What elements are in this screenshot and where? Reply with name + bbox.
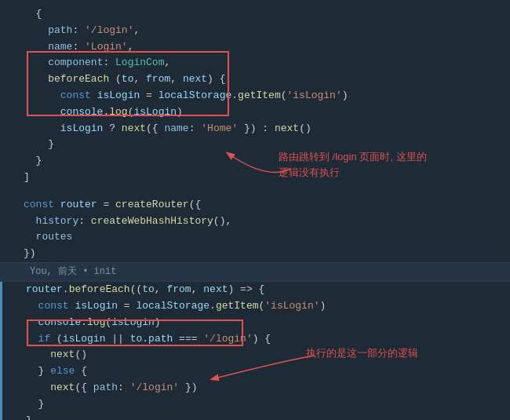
bottom-code-section: router.beforeEach((to, from, next) => { … <box>0 282 510 420</box>
code-line: console.log(isLogin) <box>0 104 510 121</box>
code-line: }) <box>0 246 510 262</box>
code-line: history: createWebHashHistory(), <box>0 214 510 230</box>
top-code-section: { path: '/login', name: 'Login', compone… <box>0 3 510 186</box>
code-line: routes <box>0 229 510 246</box>
code-line: isLogin ? next({ name: 'Home' }) : next(… <box>0 121 510 137</box>
code-line: ] <box>0 170 510 186</box>
code-line: const isLogin = localStorage.getItem('is… <box>0 88 510 104</box>
code-line: next({ path: '/login' }) <box>2 380 510 396</box>
code-line: } <box>2 413 510 420</box>
middle-code-section: const router = createRouter({ history: c… <box>0 197 510 262</box>
code-line: beforeEach (to, from, next) { <box>0 71 510 88</box>
code-line: } <box>0 137 510 153</box>
git-blame-line: You, 前天 • init <box>0 262 510 282</box>
code-line: const isLogin = localStorage.getItem('is… <box>2 298 510 315</box>
code-line: } else { <box>2 363 510 380</box>
code-line: if (isLogin || to.path === '/login') { <box>2 331 510 348</box>
code-line: next() <box>2 347 510 363</box>
code-line: } <box>0 153 510 170</box>
code-line: const router = createRouter({ <box>0 197 510 214</box>
code-line: name: 'Login', <box>0 39 510 56</box>
code-line: path: '/login', <box>0 23 510 39</box>
code-line: router.beforeEach((to, from, next) => { <box>2 282 510 298</box>
code-line: { <box>0 6 510 23</box>
code-line: component: LoginCom, <box>0 55 510 71</box>
code-line: } <box>2 396 510 413</box>
code-line: console.log(isLogin) <box>2 315 510 331</box>
code-editor: { path: '/login', name: 'Login', compone… <box>0 0 510 420</box>
code-gap <box>0 186 510 197</box>
